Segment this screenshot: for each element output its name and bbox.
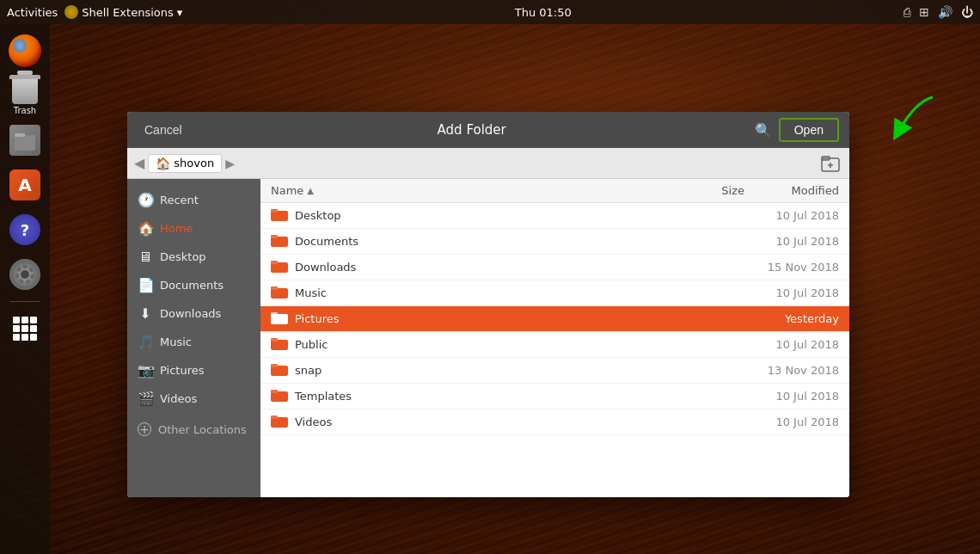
- search-icon[interactable]: 🔍: [755, 122, 772, 138]
- table-row[interactable]: snap 13 Nov 2018: [260, 358, 849, 384]
- plus-icon: +: [138, 422, 151, 436]
- folder-icon: [271, 388, 288, 404]
- software-center-icon: A: [9, 169, 40, 200]
- svg-rect-26: [271, 416, 278, 419]
- back-arrow[interactable]: ◀: [134, 155, 144, 171]
- topbar: Activities Shell Extensions ▾ Thu 01:50 …: [0, 0, 980, 24]
- music-icon: 🎵: [138, 334, 153, 350]
- sidebar-item-recent[interactable]: 🕐 Recent: [127, 186, 260, 214]
- trash-icon: [12, 79, 38, 104]
- sidebar-other-locations[interactable]: + Other Locations: [127, 416, 260, 442]
- file-name-text: Public: [295, 338, 328, 351]
- sidebar-item-desktop[interactable]: 🖥 Desktop: [127, 243, 260, 271]
- file-name-text: Pictures: [295, 312, 339, 325]
- svg-rect-16: [271, 286, 278, 290]
- svg-rect-12: [271, 235, 278, 238]
- forward-arrow[interactable]: ▶: [225, 157, 235, 170]
- dock-show-apps[interactable]: [5, 309, 45, 348]
- sidebar-item-videos[interactable]: 🎬 Videos: [127, 385, 260, 413]
- table-row[interactable]: Downloads 15 Nov 2018: [260, 255, 849, 280]
- power-icon[interactable]: ⏻: [961, 5, 973, 19]
- sidebar-item-pictures[interactable]: 📷 Pictures: [127, 356, 260, 385]
- home-icon: 🏠: [156, 157, 170, 170]
- file-modified-cell: 10 Jul 2018: [744, 286, 839, 299]
- cancel-button[interactable]: Cancel: [138, 120, 189, 140]
- sidebar-item-music[interactable]: 🎵 Music: [127, 328, 260, 356]
- shell-extensions-label: Shell Extensions: [82, 6, 173, 19]
- system-tray: ⎙ ⊞ 🔊 ⏻: [903, 5, 973, 19]
- shell-extensions-menu[interactable]: Shell Extensions ▾: [64, 5, 182, 19]
- svg-rect-18: [271, 312, 278, 316]
- file-name-text: Documents: [295, 235, 358, 248]
- table-row[interactable]: Documents 10 Jul 2018: [260, 229, 849, 255]
- table-row[interactable]: Desktop 10 Jul 2018: [260, 203, 849, 229]
- file-modified-cell: 13 Nov 2018: [744, 364, 839, 377]
- desktop-icon: 🖥: [138, 249, 153, 265]
- shell-ext-chevron: ▾: [177, 6, 183, 19]
- svg-rect-0: [15, 135, 35, 151]
- shell-ext-icon: [64, 5, 78, 19]
- files-icon: [9, 125, 40, 156]
- svg-rect-1: [15, 133, 25, 137]
- file-name-cell: snap: [271, 362, 693, 379]
- folder-icon: [271, 414, 288, 430]
- dialog-body: ◀ 🏠 shovon ▶: [127, 148, 849, 497]
- table-row[interactable]: Templates 10 Jul 2018: [260, 384, 849, 409]
- apps-grid-icon: [9, 313, 40, 344]
- settings-icon: [9, 259, 40, 290]
- folder-icon: [271, 311, 288, 327]
- svg-rect-24: [271, 390, 278, 393]
- file-modified-cell: 10 Jul 2018: [744, 235, 839, 248]
- file-name-cell: Pictures: [271, 311, 693, 327]
- new-folder-button[interactable]: [818, 151, 842, 175]
- dock-files[interactable]: [5, 120, 45, 160]
- sidebar-item-documents[interactable]: 📄 Documents: [127, 271, 260, 299]
- table-row[interactable]: Videos 10 Jul 2018: [260, 409, 849, 435]
- dock-software-center[interactable]: A: [5, 165, 45, 205]
- tray-icon-1[interactable]: ⎙: [903, 5, 910, 19]
- open-button[interactable]: Open: [779, 118, 839, 142]
- sidebar-home-label: Home: [160, 222, 193, 235]
- activities-button[interactable]: Activities: [7, 6, 58, 19]
- col-size-header: Size: [693, 184, 744, 197]
- sidebar-item-home[interactable]: 🏠 Home: [127, 214, 260, 243]
- file-name-text: snap: [295, 364, 322, 377]
- topbar-left: Activities Shell Extensions ▾: [7, 5, 182, 19]
- file-name-cell: Public: [271, 336, 693, 353]
- file-name-cell: Videos: [271, 414, 693, 430]
- file-modified-cell: 15 Nov 2018: [744, 261, 839, 274]
- table-row[interactable]: Public 10 Jul 2018: [260, 332, 849, 358]
- folder-icon: [271, 233, 288, 249]
- folder-icon: [271, 259, 288, 275]
- table-row[interactable]: Pictures Yesterday: [260, 306, 849, 332]
- file-name-text: Desktop: [295, 209, 341, 222]
- file-list-area: Name ▲ Size Modified Desktop 10 Jul 2018: [260, 179, 849, 497]
- file-name-text: Downloads: [295, 261, 356, 274]
- location-bar: ◀ 🏠 shovon ▶: [127, 148, 849, 179]
- svg-rect-20: [271, 338, 278, 342]
- sidebar-item-downloads[interactable]: ⬇ Downloads: [127, 299, 260, 328]
- dock: Trash A ?: [0, 24, 50, 554]
- pictures-icon: 📷: [138, 362, 153, 379]
- volume-icon[interactable]: 🔊: [938, 5, 952, 19]
- dock-trash[interactable]: Trash: [5, 76, 45, 115]
- sidebar-desktop-label: Desktop: [160, 250, 206, 263]
- file-name-cell: Templates: [271, 388, 693, 404]
- dialog-titlebar-right: 🔍 Open: [755, 118, 839, 142]
- file-name-text: Templates: [295, 390, 352, 403]
- svg-point-2: [21, 270, 29, 279]
- folder-icon: [271, 207, 288, 224]
- dock-firefox[interactable]: [5, 31, 45, 71]
- add-folder-dialog: Cancel Add Folder 🔍 Open ◀ 🏠 shovon ▶: [127, 112, 849, 497]
- network-icon[interactable]: ⊞: [919, 5, 929, 19]
- table-row[interactable]: Music 10 Jul 2018: [260, 280, 849, 306]
- dock-settings[interactable]: [5, 255, 45, 294]
- dock-help[interactable]: ?: [5, 210, 45, 249]
- documents-icon: 📄: [138, 277, 153, 293]
- file-modified-cell: Yesterday: [744, 312, 839, 325]
- file-list: Desktop 10 Jul 2018 Documents 10 Jul 201…: [260, 203, 849, 497]
- col-name-header: Name ▲: [271, 184, 693, 197]
- file-modified-cell: 10 Jul 2018: [744, 338, 839, 351]
- other-locations-label: Other Locations: [158, 423, 247, 436]
- location-breadcrumb[interactable]: 🏠 shovon: [148, 154, 222, 173]
